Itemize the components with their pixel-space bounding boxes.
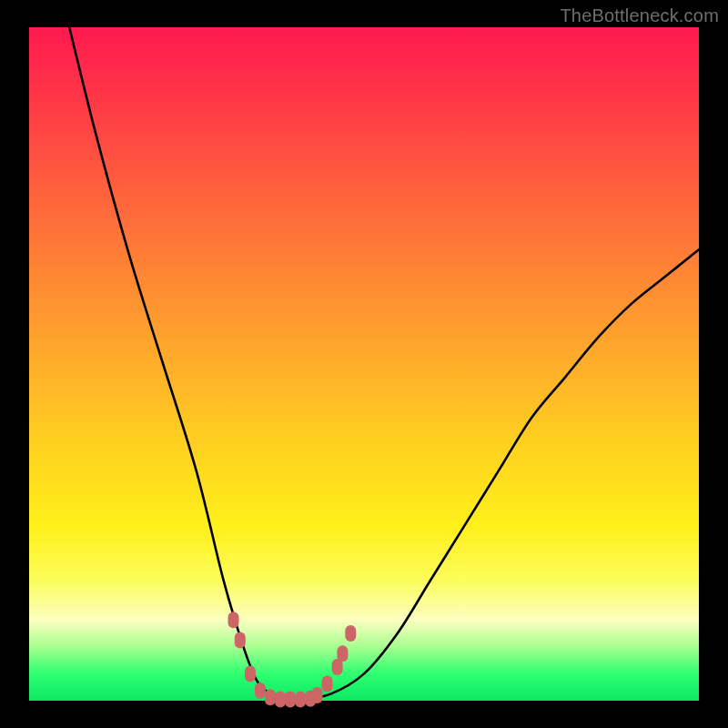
curve-marker xyxy=(312,687,323,703)
chart-frame: TheBottleneck.com xyxy=(0,0,728,728)
curve-marker xyxy=(285,692,296,708)
curve-marker xyxy=(275,692,286,708)
curve-marker xyxy=(322,676,333,693)
curve-marker xyxy=(345,625,356,642)
plot-area xyxy=(29,27,699,701)
bottleneck-curve xyxy=(69,27,699,702)
curve-marker xyxy=(228,612,239,628)
curve-marker xyxy=(245,665,256,682)
curve-marker xyxy=(265,689,276,705)
watermark-text: TheBottleneck.com xyxy=(560,5,719,26)
curve-marker xyxy=(255,682,266,699)
bottleneck-curve-svg xyxy=(29,27,699,701)
curve-marker xyxy=(235,632,246,648)
curve-marker xyxy=(337,645,348,662)
curve-marker xyxy=(295,692,306,708)
